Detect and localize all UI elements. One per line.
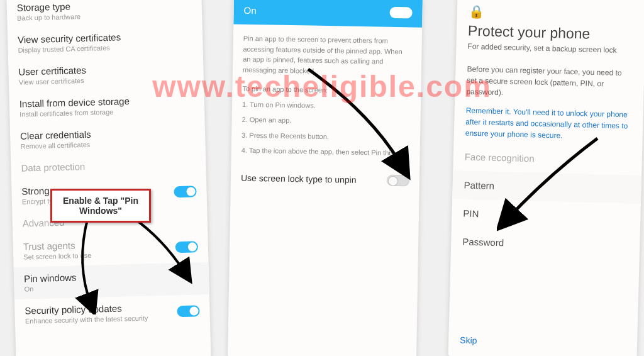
arrow-to-pattern bbox=[497, 132, 610, 233]
watermark: www.techeligible.com bbox=[152, 69, 492, 104]
sec-policy-sub: Enhance security with the latest securit… bbox=[25, 314, 148, 325]
callout-box: Enable & Tap "Pin Windows" bbox=[50, 189, 151, 223]
pin-header-label: On bbox=[243, 4, 256, 15]
pin-header-toggle[interactable] bbox=[389, 7, 412, 19]
lock-icon: 🔒 bbox=[469, 4, 485, 19]
pin-header: On bbox=[233, 0, 423, 28]
strong-toggle[interactable] bbox=[174, 186, 196, 197]
data-prot-title: Data protection bbox=[21, 161, 85, 174]
skip-button[interactable]: Skip bbox=[460, 335, 477, 345]
view-certs-row[interactable]: View security certificates Display trust… bbox=[8, 23, 203, 60]
clear-row[interactable]: Clear credentials Remove all certificate… bbox=[10, 120, 206, 157]
sec-policy-toggle[interactable] bbox=[177, 305, 199, 317]
arrow-to-toggle bbox=[126, 214, 201, 289]
arrow-to-pin-windows bbox=[69, 214, 119, 314]
